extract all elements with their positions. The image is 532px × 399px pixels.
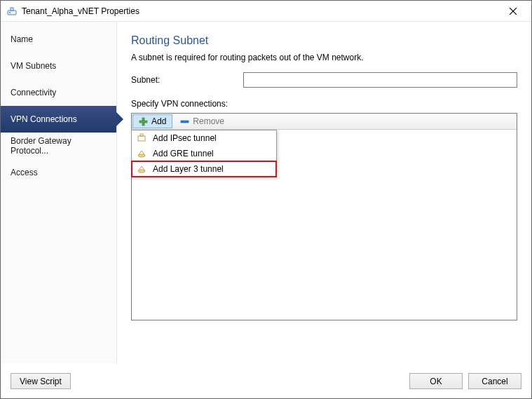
svg-rect-2 (11, 8, 13, 11)
remove-button[interactable]: Remove (174, 114, 231, 128)
app-icon (6, 6, 18, 17)
svg-rect-6 (139, 121, 147, 123)
dropdown-item-label: Add Layer 3 tunnel (153, 164, 224, 174)
sidebar-item-vpn-connections[interactable]: VPN Connections (1, 106, 116, 133)
sidebar-item-label: Border Gateway Protocol... (11, 136, 107, 156)
main-panel: Routing Subnet A subnet is required for … (117, 22, 531, 363)
dropdown-item-layer3[interactable]: Add Layer 3 tunnel (132, 161, 276, 177)
properties-dialog: Tenant_Alpha_vNET Properties Name VM Sub… (0, 0, 532, 399)
dialog-body: Name VM Subnets Connectivity VPN Connect… (1, 22, 531, 363)
svg-rect-0 (8, 11, 16, 15)
dropdown-item-label: Add IPsec tunnel (153, 133, 217, 143)
cancel-button[interactable]: Cancel (468, 373, 521, 389)
sidebar-item-connectivity[interactable]: Connectivity (1, 79, 116, 106)
close-icon (510, 8, 517, 15)
svg-rect-8 (138, 136, 145, 141)
svg-rect-9 (140, 134, 143, 136)
nav-sidebar: Name VM Subnets Connectivity VPN Connect… (1, 22, 117, 363)
sidebar-item-label: Name (11, 34, 33, 44)
dropdown-item-ipsec[interactable]: Add IPsec tunnel (132, 130, 276, 146)
dialog-footer: View Script OK Cancel (1, 363, 531, 398)
sidebar-item-label: VPN Connections (11, 114, 77, 124)
tunnel-icon (136, 163, 147, 175)
list-content: Add IPsec tunnel Add GRE tunnel (132, 130, 517, 320)
add-button-label: Add (151, 116, 166, 126)
sidebar-item-label: Access (11, 168, 38, 177)
remove-button-label: Remove (193, 116, 224, 126)
close-button[interactable] (499, 1, 527, 21)
list-toolbar: Add Remove (132, 114, 517, 130)
subnet-input[interactable] (243, 72, 517, 88)
titlebar: Tenant_Alpha_vNET Properties (1, 1, 531, 22)
dropdown-item-label: Add GRE tunnel (153, 149, 214, 158)
svg-rect-7 (181, 121, 189, 123)
sidebar-item-access[interactable]: Access (1, 159, 116, 186)
add-dropdown: Add IPsec tunnel Add GRE tunnel (131, 130, 277, 177)
section-heading: Routing Subnet (131, 34, 517, 47)
svg-point-1 (9, 12, 11, 13)
window-title: Tenant_Alpha_vNET Properties (22, 6, 499, 16)
subnet-label: Subnet: (131, 75, 243, 85)
sidebar-item-label: Connectivity (11, 88, 56, 97)
minus-icon (180, 117, 189, 126)
sidebar-item-vm-subnets[interactable]: VM Subnets (1, 53, 116, 79)
subnet-row: Subnet: (131, 72, 517, 88)
dropdown-item-gre[interactable]: Add GRE tunnel (132, 146, 276, 161)
sidebar-item-name[interactable]: Name (1, 26, 116, 53)
vpn-connections-list: Add Remove (131, 113, 517, 320)
view-script-button[interactable]: View Script (11, 373, 71, 389)
tunnel-icon (136, 148, 147, 159)
ok-button[interactable]: OK (409, 373, 463, 389)
tunnel-icon (136, 133, 147, 144)
section-description: A subnet is required for routing packets… (131, 53, 517, 62)
sidebar-item-label: VM Subnets (11, 61, 56, 71)
vpn-connections-label: Specify VPN connections: (131, 99, 517, 109)
plus-icon (139, 117, 148, 126)
sidebar-item-bgp[interactable]: Border Gateway Protocol... (1, 133, 116, 159)
add-button[interactable]: Add (132, 114, 172, 128)
